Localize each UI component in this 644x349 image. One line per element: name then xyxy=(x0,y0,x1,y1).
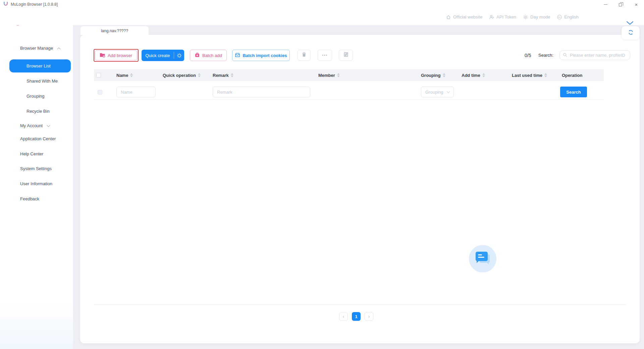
nav-api-token[interactable]: API Token xyxy=(489,14,516,20)
ellipsis-icon: ••• xyxy=(322,54,328,57)
sun-icon xyxy=(523,14,528,20)
pagination-prev-button[interactable]: ‹ xyxy=(339,312,348,321)
folder-plus-icon xyxy=(100,52,105,59)
chevron-down-icon xyxy=(626,20,634,27)
quick-create-button[interactable]: Quick create xyxy=(142,50,184,61)
chevron-down-icon xyxy=(47,124,50,127)
chevron-left-icon: ‹ xyxy=(343,314,344,319)
sort-icon[interactable] xyxy=(198,73,201,77)
pagination-next-button[interactable]: › xyxy=(365,312,373,321)
close-icon: × xyxy=(635,2,638,7)
browser-list-panel: Add browser Quick create Batch add xyxy=(80,35,640,343)
sidebar-item-feedback[interactable]: Feedback xyxy=(20,195,39,203)
sort-icon[interactable] xyxy=(443,73,445,77)
column-header-remark: Remark xyxy=(213,69,233,81)
search-input[interactable] xyxy=(559,50,630,60)
sidebar-item-system-settings[interactable]: System Settings xyxy=(20,165,52,173)
close-button[interactable]: × xyxy=(629,0,644,9)
nav-language[interactable]: En English xyxy=(557,14,579,20)
global-search xyxy=(559,50,630,60)
table-header: Name Quick operation Remark Member Group… xyxy=(94,69,604,81)
search-label: Search: xyxy=(538,50,553,61)
trash-icon xyxy=(302,52,307,58)
collapse-header-button[interactable] xyxy=(626,21,634,26)
pagination-page-1[interactable]: 1 xyxy=(352,312,361,321)
user-key-icon xyxy=(489,14,494,20)
select-all-checkbox[interactable] xyxy=(96,73,101,78)
filter-remark-input[interactable] xyxy=(213,87,310,97)
filter-name-input[interactable] xyxy=(116,87,156,97)
chevron-down-icon xyxy=(447,90,450,93)
sidebar-item-user-information[interactable]: User Information xyxy=(20,180,52,188)
column-header-quick-operation: Quick operation xyxy=(163,69,201,81)
column-header-member: Member xyxy=(318,69,340,81)
svg-text:En: En xyxy=(558,16,561,18)
minimize-icon xyxy=(604,4,607,5)
sidebar-item-browser-list[interactable]: Browser List xyxy=(9,59,71,72)
titlebar: MuLogin Browser [1.0.8.8] × xyxy=(0,0,644,9)
delete-button[interactable] xyxy=(298,50,311,61)
sidebar-item-help-center[interactable]: Help Center xyxy=(20,150,43,158)
language-globe-icon: En xyxy=(557,14,562,20)
row-divider xyxy=(94,99,604,100)
spark-icon[interactable] xyxy=(174,50,184,61)
window-title: MuLogin Browser [1.0.8.8] xyxy=(11,2,58,7)
add-browser-highlight: Add browser xyxy=(94,49,139,62)
add-browser-button[interactable]: Add browser xyxy=(95,50,137,60)
batch-add-button[interactable]: Batch add xyxy=(190,50,227,61)
sidebar-group-my-account[interactable]: My Account xyxy=(20,122,50,130)
chevron-up-icon xyxy=(57,47,61,51)
filter-grouping-select[interactable]: Grouping xyxy=(421,87,454,97)
sort-icon[interactable] xyxy=(231,73,233,77)
row-checkbox-disabled xyxy=(98,90,102,95)
case-plus-icon xyxy=(195,52,200,59)
sidebar-group-browser-manage[interactable]: Browser Manage xyxy=(20,44,60,52)
import-box-icon xyxy=(235,52,240,59)
refresh-button[interactable] xyxy=(622,26,640,40)
column-header-add-time: Add time xyxy=(462,69,485,81)
column-header-operation: Operation xyxy=(562,69,582,81)
column-header-name: Name xyxy=(116,69,133,81)
display-settings-button[interactable] xyxy=(339,50,353,61)
sort-icon[interactable] xyxy=(130,73,133,77)
sidebar-item-application-center[interactable]: Application Center xyxy=(20,135,56,143)
sort-icon[interactable] xyxy=(482,73,485,77)
profile-count: 0/5 xyxy=(525,50,531,61)
footer-divider xyxy=(94,304,626,305)
restore-icon xyxy=(619,3,622,6)
sidebar-item-recycle-bin[interactable]: Recycle Bin xyxy=(26,107,50,115)
minimize-button[interactable] xyxy=(598,0,613,9)
sidebar-item-shared-with-me[interactable]: Shared With Me xyxy=(26,77,58,85)
refresh-icon xyxy=(628,29,634,37)
chevron-right-icon: › xyxy=(368,314,370,319)
nav-day-mode[interactable]: Day mode xyxy=(523,14,550,20)
column-header-last-used-time: Last used time xyxy=(512,69,547,81)
support-chat-button[interactable] xyxy=(469,245,496,272)
sidebar: MULOGIN Browser Manage Browser List Shar… xyxy=(0,9,73,349)
chat-bubble-icon xyxy=(476,252,488,261)
sidebar-item-grouping[interactable]: Grouping xyxy=(26,92,44,100)
nav-official-website[interactable]: Official website xyxy=(446,14,482,20)
column-settings-icon xyxy=(343,52,348,58)
restore-button[interactable] xyxy=(613,0,629,9)
filter-search-button[interactable]: Search xyxy=(560,87,587,97)
more-options-button[interactable]: ••• xyxy=(318,50,332,61)
top-header: Official website API Token Day mode xyxy=(0,9,644,25)
batch-import-cookies-button[interactable]: Batch import cookies xyxy=(232,50,290,61)
sort-icon[interactable] xyxy=(337,73,340,77)
app-logo-mini-icon xyxy=(3,1,8,7)
home-icon xyxy=(446,14,451,20)
column-header-grouping: Grouping xyxy=(421,69,445,81)
sort-icon[interactable] xyxy=(544,73,547,77)
tab-browser-list[interactable]: lang.nav.????? xyxy=(80,26,149,35)
